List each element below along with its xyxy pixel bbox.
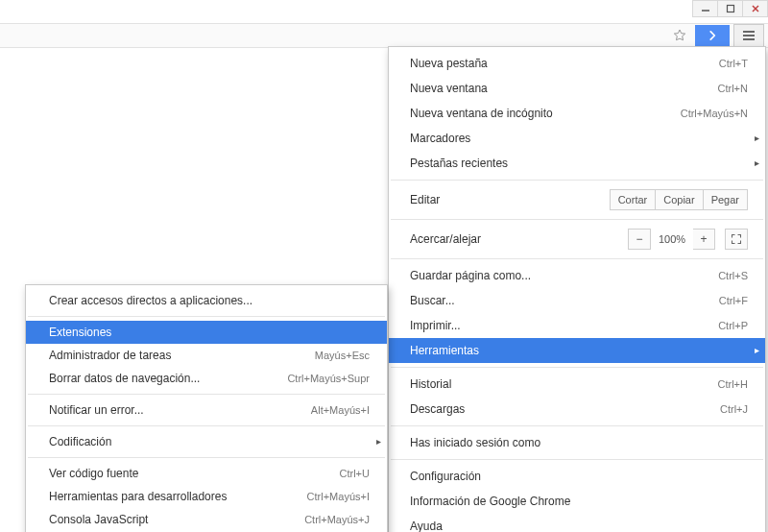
- submenu-item-dev-tools[interactable]: Herramientas para desarrolladores Ctrl+M…: [26, 485, 387, 508]
- menu-item-label: Acercar/alejar: [410, 231, 481, 247]
- svg-rect-1: [727, 6, 733, 12]
- menu-item-label: Guardar página como...: [410, 268, 531, 283]
- menu-item-shortcut: Ctrl+F: [719, 293, 748, 308]
- chevron-right-icon: ▸: [755, 156, 759, 171]
- menu-item-label: Imprimir...: [410, 318, 461, 333]
- menu-item-new-window[interactable]: Nueva ventana Ctrl+N: [389, 76, 765, 101]
- paste-button[interactable]: Pegar: [704, 189, 748, 210]
- menu-item-find[interactable]: Buscar... Ctrl+F: [389, 288, 765, 313]
- menu-item-label: Marcadores: [410, 131, 470, 146]
- submenu-item-clear-browsing-data[interactable]: Borrar datos de navegación... Ctrl+Mayús…: [26, 367, 387, 390]
- menu-item-shortcut: Ctrl+S: [718, 268, 748, 283]
- omnibox-toolbar: [0, 23, 768, 48]
- bookmark-star-icon[interactable]: [664, 25, 695, 46]
- menu-item-shortcut: Ctrl+P: [718, 318, 748, 333]
- menu-item-label: Ver código fuente: [49, 466, 138, 481]
- menu-item-shortcut: Ctrl+Mayús+Supr: [287, 371, 370, 386]
- submenu-item-task-manager[interactable]: Administrador de tareas Mayús+Esc: [26, 344, 387, 367]
- menu-separator: [28, 316, 385, 317]
- menu-item-label: Crear accesos directos a aplicaciones...: [49, 293, 252, 308]
- menu-item-label: Información de Google Chrome: [410, 494, 570, 509]
- menu-item-label: Buscar...: [410, 293, 455, 308]
- menu-separator: [391, 180, 763, 181]
- menu-item-shortcut: Ctrl+T: [719, 56, 748, 71]
- menu-item-help[interactable]: Ayuda: [389, 514, 765, 532]
- menu-item-label: Consola JavaScript: [49, 512, 148, 527]
- menu-item-recent-tabs[interactable]: Pestañas recientes ▸: [389, 151, 765, 176]
- menu-item-shortcut: Ctrl+Mayús+N: [681, 106, 748, 121]
- submenu-item-extensions[interactable]: Extensiones: [26, 321, 387, 344]
- menu-item-new-tab[interactable]: Nueva pestaña Ctrl+T: [389, 51, 765, 76]
- menu-item-label: Administrador de tareas: [49, 348, 171, 363]
- menu-item-print[interactable]: Imprimir... Ctrl+P: [389, 313, 765, 338]
- menu-item-label: Herramientas para desarrolladores: [49, 489, 227, 504]
- fullscreen-button[interactable]: [725, 229, 748, 250]
- cut-button[interactable]: Cortar: [610, 189, 657, 210]
- menu-item-bookmarks[interactable]: Marcadores ▸: [389, 126, 765, 151]
- menu-separator: [391, 367, 763, 368]
- menu-item-shortcut: Ctrl+N: [718, 81, 748, 96]
- submenu-item-create-shortcuts[interactable]: Crear accesos directos a aplicaciones...: [26, 289, 387, 312]
- menu-item-downloads[interactable]: Descargas Ctrl+J: [389, 397, 765, 422]
- menu-separator: [391, 425, 763, 426]
- menu-item-edit: Editar Cortar Copiar Pegar: [389, 184, 765, 215]
- window-controls: [692, 0, 768, 17]
- menu-item-label: Descargas: [410, 401, 465, 417]
- submenu-item-report-issue[interactable]: Notificar un error... Alt+Mayús+I: [26, 399, 387, 422]
- menu-item-shortcut: Mayús+Esc: [315, 348, 370, 363]
- window-close-button[interactable]: [743, 0, 768, 17]
- menu-item-label: Editar: [410, 192, 440, 207]
- submenu-item-view-source[interactable]: Ver código fuente Ctrl+U: [26, 462, 387, 485]
- menu-item-incognito[interactable]: Nueva ventana de incógnito Ctrl+Mayús+N: [389, 101, 765, 126]
- zoom-out-button[interactable]: −: [628, 229, 651, 250]
- zoom-in-button[interactable]: +: [693, 229, 715, 250]
- menu-separator: [391, 219, 763, 220]
- window-maximize-button[interactable]: [718, 0, 743, 17]
- menu-item-label: Nueva pestaña: [410, 56, 488, 71]
- menu-item-shortcut: Ctrl+Mayús+J: [304, 512, 370, 527]
- chevron-right-icon: ▸: [376, 434, 381, 449]
- menu-separator: [28, 425, 385, 426]
- menu-item-shortcut: Alt+Mayús+I: [311, 402, 370, 418]
- menu-item-shortcut: Ctrl+H: [718, 376, 748, 392]
- menu-item-shortcut: Ctrl+U: [340, 466, 370, 481]
- hamburger-menu-button[interactable]: [733, 24, 764, 47]
- menu-item-signed-in[interactable]: Has iniciado sesión como: [389, 430, 765, 455]
- menu-item-history[interactable]: Historial Ctrl+H: [389, 372, 765, 397]
- menu-item-label: Ayuda: [410, 519, 443, 532]
- menu-item-label: Borrar datos de navegación...: [49, 371, 200, 386]
- copy-button[interactable]: Copiar: [656, 189, 703, 210]
- menu-item-about[interactable]: Información de Google Chrome: [389, 489, 765, 514]
- submenu-item-encoding[interactable]: Codificación ▸: [26, 430, 387, 453]
- menu-item-label: Notificar un error...: [49, 402, 144, 418]
- chevron-right-icon: ▸: [755, 131, 759, 146]
- menu-item-label: Pestañas recientes: [410, 156, 508, 171]
- menu-item-shortcut: Ctrl+Mayús+I: [307, 489, 370, 504]
- menu-separator: [28, 394, 385, 395]
- forward-arrow-button[interactable]: [695, 25, 730, 46]
- menu-item-label: Has iniciado sesión como: [410, 435, 540, 450]
- menu-item-label: Historial: [410, 376, 451, 392]
- menu-item-save-page[interactable]: Guardar página como... Ctrl+S: [389, 263, 765, 288]
- menu-item-label: Codificación: [49, 434, 111, 449]
- submenu-item-js-console[interactable]: Consola JavaScript Ctrl+Mayús+J: [26, 508, 387, 531]
- zoom-value: 100%: [651, 231, 693, 247]
- menu-item-label: Configuración: [410, 469, 481, 484]
- menu-separator: [391, 258, 763, 259]
- menu-item-label: Herramientas: [410, 343, 479, 358]
- tools-submenu: Crear accesos directos a aplicaciones...…: [25, 284, 388, 532]
- menu-item-shortcut: Ctrl+J: [720, 401, 748, 417]
- menu-item-tools[interactable]: Herramientas ▸: [389, 338, 765, 363]
- menu-separator: [391, 459, 763, 460]
- menu-item-label: Nueva ventana de incógnito: [410, 106, 553, 121]
- window-minimize-button[interactable]: [693, 0, 718, 17]
- menu-item-settings[interactable]: Configuración: [389, 464, 765, 489]
- menu-item-label: Extensiones: [49, 325, 111, 340]
- menu-item-label: Nueva ventana: [410, 81, 488, 96]
- menu-item-zoom: Acercar/alejar − 100% +: [389, 224, 765, 254]
- chrome-main-menu: Nueva pestaña Ctrl+T Nueva ventana Ctrl+…: [388, 46, 766, 532]
- menu-separator: [28, 457, 385, 458]
- chevron-right-icon: ▸: [755, 343, 759, 358]
